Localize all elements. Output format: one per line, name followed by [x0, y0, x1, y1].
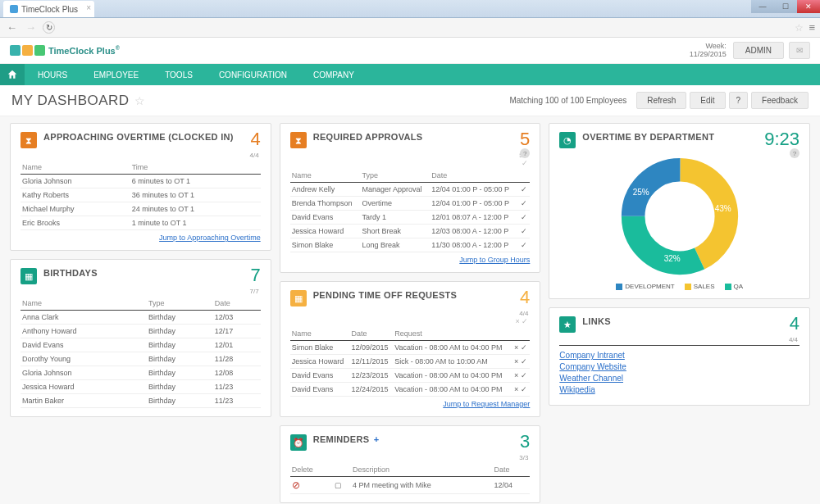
- chart-legend: DEVELOPMENT SALES QA: [559, 283, 800, 290]
- widget-count: 3/3: [290, 454, 531, 461]
- hourglass-icon: ⧗: [20, 132, 37, 148]
- widget-badge: 5: [520, 129, 530, 150]
- table-row: David EvansTardy 112/01 08:07 A - 12:00 …: [290, 211, 531, 225]
- widget-badge: 3: [520, 431, 530, 452]
- feedback-button[interactable]: Feedback: [751, 92, 809, 109]
- widget-approaching-overtime: ⧗ APPROACHING OVERTIME (CLOCKED IN) 4 4/…: [10, 123, 271, 251]
- window-minimize-icon[interactable]: —: [751, 0, 774, 13]
- reload-icon[interactable]: ↻: [43, 21, 55, 34]
- nav-company[interactable]: COMPANY: [300, 64, 367, 85]
- bookmark-icon[interactable]: ☆: [795, 22, 804, 34]
- edit-button[interactable]: Edit: [690, 92, 725, 109]
- logo-icon: [10, 45, 45, 56]
- table-row: ⊘▢4 PM meeting with Mike12/04: [290, 477, 531, 494]
- widget-count: 4/4: [559, 336, 800, 343]
- note-icon: ▢: [335, 481, 342, 489]
- table-row: Anna ClarkBirthday12/03: [20, 311, 261, 325]
- link-item[interactable]: Wikipedia: [559, 385, 800, 394]
- widget-count: 4/4× ✓: [290, 310, 531, 325]
- reject-icon[interactable]: ×: [514, 371, 518, 379]
- menu-icon[interactable]: ≡: [809, 21, 815, 34]
- check-icon[interactable]: ✓: [519, 197, 530, 211]
- widget-count: 5/5✓: [290, 152, 531, 167]
- approve-icon[interactable]: ✓: [521, 385, 527, 393]
- widget-title: LINKS: [582, 316, 611, 327]
- table-row: Jessica Howard12/11/2015Sick - 08:00 AM …: [290, 355, 531, 369]
- help-button[interactable]: ?: [729, 92, 749, 109]
- widget-title: OVERTIME BY DEPARTMENT: [582, 132, 714, 143]
- browser-tab-bar: TimeClock Plus × — ☐ ✕: [0, 0, 820, 18]
- table-row: David Evans12/24/2015Vacation - 08:00 AM…: [290, 383, 531, 397]
- jump-link[interactable]: Jump to Request Manager: [443, 400, 530, 408]
- nav-employee[interactable]: EMPLOYEE: [80, 64, 152, 85]
- window-maximize-icon[interactable]: ☐: [774, 0, 797, 13]
- check-icon[interactable]: ✓: [519, 225, 530, 238]
- nav-configuration[interactable]: CONFIGURATION: [206, 64, 300, 85]
- widget-birthdays: ▦ BIRTHDAYS 7 7/7 NameTypeDate Anna Clar…: [10, 259, 271, 417]
- donut-chart: 25% 43% 32%: [618, 155, 741, 278]
- check-icon[interactable]: ✓: [519, 211, 530, 225]
- back-icon[interactable]: ←: [5, 21, 19, 34]
- widget-title: APPROACHING OVERTIME (CLOCKED IN): [43, 132, 234, 143]
- home-button[interactable]: [0, 64, 25, 85]
- main-nav: HOURS EMPLOYEE TOOLS CONFIGURATION COMPA…: [0, 64, 820, 85]
- table-row: Gloria Johnson6 minutes to OT 1: [20, 175, 261, 188]
- clock-icon: ⏰: [290, 434, 307, 451]
- chart-label-dev: 25%: [633, 188, 649, 197]
- widget-required-approvals: ⧗ REQUIRED APPROVALS 5 ? 5/5✓ NameTypeDa…: [280, 123, 541, 273]
- window-close-icon[interactable]: ✕: [797, 0, 820, 13]
- help-icon[interactable]: ?: [790, 148, 800, 158]
- home-icon: [7, 69, 18, 80]
- approve-icon[interactable]: ✓: [521, 343, 527, 352]
- calendar-icon: ▦: [290, 290, 307, 306]
- overtime-table: NameTime Gloria Johnson6 minutes to OT 1…: [20, 161, 261, 230]
- column-2: ⧗ REQUIRED APPROVALS 5 ? 5/5✓ NameTypeDa…: [280, 123, 541, 503]
- week-indicator: Week: 11/29/2015: [690, 43, 727, 59]
- refresh-button[interactable]: Refresh: [636, 92, 686, 109]
- admin-button[interactable]: ADMIN: [733, 42, 784, 59]
- favorite-icon[interactable]: ☆: [134, 94, 145, 107]
- table-row: David EvansBirthday12/01: [20, 338, 261, 352]
- widget-reminders: ⏰ REMINDERS + 3 3/3 DeleteDescriptionDat…: [280, 425, 541, 503]
- jump-link[interactable]: Jump to Group Hours: [459, 256, 530, 264]
- link-item[interactable]: Company Intranet: [559, 351, 800, 360]
- approve-icon[interactable]: ✓: [521, 357, 527, 366]
- birthdays-table: NameTypeDate Anna ClarkBirthday12/03 Ant…: [20, 297, 261, 408]
- browser-tab[interactable]: TimeClock Plus ×: [3, 1, 94, 17]
- link-item[interactable]: Company Website: [559, 362, 800, 371]
- table-row: David Evans12/23/2015Vacation - 08:00 AM…: [290, 369, 531, 383]
- widget-pending-pto: ▦ PENDING TIME OFF REQUESTS 4 4/4× ✓ Nam…: [280, 281, 541, 417]
- link-item[interactable]: Weather Channel: [559, 374, 800, 383]
- reject-icon[interactable]: ×: [514, 385, 518, 393]
- widget-badge: 4: [790, 313, 800, 334]
- app-header: TimeClock Plus® Week: 11/29/2015 ADMIN ✉: [0, 38, 820, 64]
- jump-link[interactable]: Jump to Approaching Overtime: [159, 234, 261, 242]
- column-3: ◔ OVERTIME BY DEPARTMENT 9:23 ? 25% 43% …: [549, 123, 810, 503]
- reject-icon[interactable]: ×: [514, 343, 518, 352]
- column-1: ⧗ APPROACHING OVERTIME (CLOCKED IN) 4 4/…: [10, 123, 271, 503]
- approve-icon[interactable]: ✓: [521, 371, 527, 379]
- add-icon[interactable]: +: [374, 434, 380, 444]
- hourglass-icon: ⧗: [290, 132, 307, 148]
- reject-icon[interactable]: ×: [514, 357, 518, 366]
- delete-icon[interactable]: ⊘: [292, 479, 300, 491]
- brand-name: TimeClock Plus®: [48, 45, 120, 56]
- table-row: Jessica HowardBirthday11/23: [20, 380, 261, 394]
- forward-icon[interactable]: →: [24, 21, 38, 34]
- nav-hours[interactable]: HOURS: [25, 64, 80, 85]
- table-row: Dorothy YoungBirthday11/28: [20, 352, 261, 366]
- window-controls: — ☐ ✕: [751, 0, 820, 13]
- star-icon: ★: [559, 316, 576, 333]
- pto-table: NameDateRequest Simon Blake12/09/2015Vac…: [290, 327, 531, 397]
- check-icon[interactable]: ✓: [519, 238, 530, 252]
- check-icon[interactable]: ✓: [519, 183, 530, 197]
- table-row: Simon BlakeLong Break11/30 08:00 A - 12:…: [290, 238, 531, 252]
- page-title: MY DASHBOARD: [11, 93, 130, 109]
- close-tab-icon[interactable]: ×: [86, 3, 91, 12]
- tab-title: TimeClock Plus: [21, 5, 78, 14]
- mail-button[interactable]: ✉: [789, 42, 810, 59]
- dashboard-board: ⧗ APPROACHING OVERTIME (CLOCKED IN) 4 4/…: [0, 116, 820, 504]
- table-row: Martin BakerBirthday11/23: [20, 394, 261, 408]
- nav-tools[interactable]: TOOLS: [152, 64, 206, 85]
- browser-toolbar: ← → ↻ ☆ ≡: [0, 18, 820, 38]
